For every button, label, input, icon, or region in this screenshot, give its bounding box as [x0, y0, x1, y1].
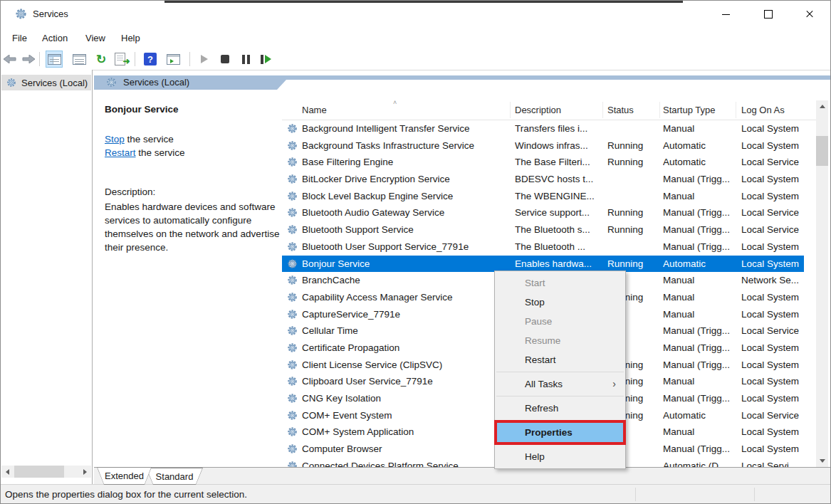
column-divider[interactable]	[736, 102, 736, 118]
cell-name: BranchCache	[302, 272, 507, 289]
context-menu-item-refresh[interactable]: Refresh	[497, 399, 623, 418]
band-label: Services (Local)	[123, 77, 189, 88]
tab-extended[interactable]: Extended	[97, 467, 152, 485]
cell-name: Bluetooth Support Service	[302, 221, 507, 238]
cell-log-on-as: Local Service	[741, 407, 804, 424]
list-vertical-scrollbar[interactable]	[816, 100, 828, 467]
column-header-status[interactable]: Status	[607, 105, 634, 115]
close-button[interactable]	[793, 1, 825, 28]
table-row[interactable]: Bonjour Service Enables hardwa... Runnin…	[282, 256, 804, 273]
services-gear-icon	[106, 77, 117, 88]
scrollbar-thumb[interactable]	[816, 136, 828, 166]
service-gear-icon	[287, 325, 298, 336]
column-divider[interactable]	[659, 102, 660, 118]
service-gear-icon	[287, 393, 298, 404]
column-divider[interactable]	[510, 102, 511, 118]
cell-startup-type: Manual	[663, 424, 734, 441]
tab-standard[interactable]: Standard	[146, 468, 203, 485]
table-row[interactable]: Background Intelligent Transfer Service …	[282, 120, 804, 137]
tree-item-services-local[interactable]: Services (Local)	[1, 75, 91, 90]
menu-help[interactable]: Help	[121, 33, 140, 43]
cell-log-on-as: Local System	[741, 238, 804, 256]
cell-description: Enables hardwa...	[515, 256, 602, 273]
menu-separator	[496, 372, 624, 372]
band-label-group: Services (Local)	[106, 77, 189, 88]
column-header-name[interactable]: Name	[302, 105, 327, 115]
table-row[interactable]: Background Tasks Infrastructure Service …	[282, 137, 804, 154]
cell-log-on-as: Local System	[741, 441, 804, 458]
scrollbar-thumb[interactable]	[14, 466, 64, 478]
refresh-button[interactable]: ↻	[93, 51, 110, 68]
context-menu-item-start: Start	[497, 273, 623, 293]
maximize-icon	[764, 10, 773, 19]
scroll-up-button[interactable]	[816, 100, 828, 112]
maximize-button[interactable]	[752, 1, 784, 28]
column-header-description[interactable]: Description	[515, 105, 561, 115]
show-console-tree-button[interactable]	[46, 51, 63, 68]
context-menu-item-stop[interactable]: Stop	[497, 293, 623, 312]
toolbar-separator	[39, 52, 40, 66]
cell-log-on-as: Local Service	[741, 204, 804, 221]
restart-service-link[interactable]: Restart	[105, 147, 136, 158]
cell-status: Running	[607, 137, 657, 154]
menu-view[interactable]: View	[85, 33, 105, 43]
menu-action[interactable]: Action	[42, 33, 68, 43]
menu-file[interactable]: File	[12, 33, 27, 43]
table-row[interactable]: Bluetooth User Support Service_7791e The…	[282, 238, 804, 256]
title-bar: Services	[1, 1, 830, 28]
show-console-tree-icon	[48, 54, 61, 65]
cell-startup-type: Automatic	[663, 256, 734, 273]
cell-name: Background Intelligent Transfer Service	[302, 120, 507, 137]
extended-view-button[interactable]	[164, 51, 182, 68]
context-menu-item-properties[interactable]: Properties	[497, 423, 623, 442]
extended-view-icon	[167, 54, 180, 65]
properties-toolbar-button[interactable]	[70, 51, 88, 68]
cell-startup-type: Automatic	[663, 137, 734, 154]
column-header-log-on-as[interactable]: Log On As	[741, 105, 785, 115]
table-row[interactable]: BitLocker Drive Encryption Service BDESV…	[282, 171, 804, 188]
help-button[interactable]: ?	[142, 51, 159, 68]
service-gear-icon	[287, 207, 298, 218]
start-service-button[interactable]	[196, 51, 213, 68]
back-button[interactable]	[1, 51, 19, 68]
cell-name: COM+ System Application	[302, 424, 507, 441]
status-bar: Opens the properties dialog box for the …	[1, 484, 830, 504]
scroll-down-button[interactable]	[816, 455, 828, 467]
minimize-icon	[722, 14, 730, 15]
stop-service-button[interactable]	[216, 51, 234, 68]
cell-startup-type: Manual (Trigg...	[663, 238, 734, 256]
cell-log-on-as: Local System	[741, 188, 804, 205]
tree-horizontal-scrollbar[interactable]	[1, 466, 91, 478]
scroll-right-button[interactable]	[79, 466, 91, 478]
forward-icon	[22, 55, 35, 63]
extended-pane: Bonjour Service Stop the service Restart…	[94, 90, 282, 467]
cell-startup-type: Manual	[663, 272, 734, 289]
services-gear-icon[interactable]	[15, 8, 27, 20]
tree-item-label: Services (Local)	[21, 78, 88, 88]
cell-description: BDESVC hosts t...	[515, 171, 602, 188]
cell-startup-type: Manual (Trigg...	[663, 441, 734, 458]
cell-startup-type: Manual (Trigg...	[663, 171, 734, 188]
column-header-startup-type[interactable]: Startup Type	[663, 105, 715, 115]
band-page-tab	[277, 80, 831, 90]
context-menu-item-restart[interactable]: Restart	[497, 350, 623, 369]
cell-name: Bonjour Service	[302, 256, 507, 273]
context-menu-item-all-tasks[interactable]: All Tasks›	[497, 374, 623, 394]
table-row[interactable]: Bluetooth Support Service The Bluetooth …	[282, 221, 804, 238]
table-row[interactable]: Base Filtering Engine The Base Filteri..…	[282, 154, 804, 171]
table-row[interactable]: Block Level Backup Engine Service The WB…	[282, 188, 804, 205]
context-menu-item-help[interactable]: Help	[497, 447, 623, 466]
minimize-button[interactable]	[710, 1, 742, 28]
restart-service-button[interactable]	[257, 51, 274, 68]
scroll-right-icon	[83, 469, 87, 475]
cell-name: Block Level Backup Engine Service	[302, 188, 507, 205]
pause-service-button[interactable]	[237, 51, 254, 68]
forward-button[interactable]	[20, 51, 37, 68]
column-divider[interactable]	[602, 102, 603, 118]
export-list-button[interactable]: ➜	[111, 51, 128, 68]
service-gear-icon	[287, 241, 298, 252]
table-row[interactable]: Bluetooth Audio Gateway Service Service …	[282, 204, 804, 221]
stop-service-link[interactable]: Stop	[105, 134, 125, 145]
scroll-left-button[interactable]	[1, 466, 14, 478]
toolbar-separator	[189, 52, 190, 66]
